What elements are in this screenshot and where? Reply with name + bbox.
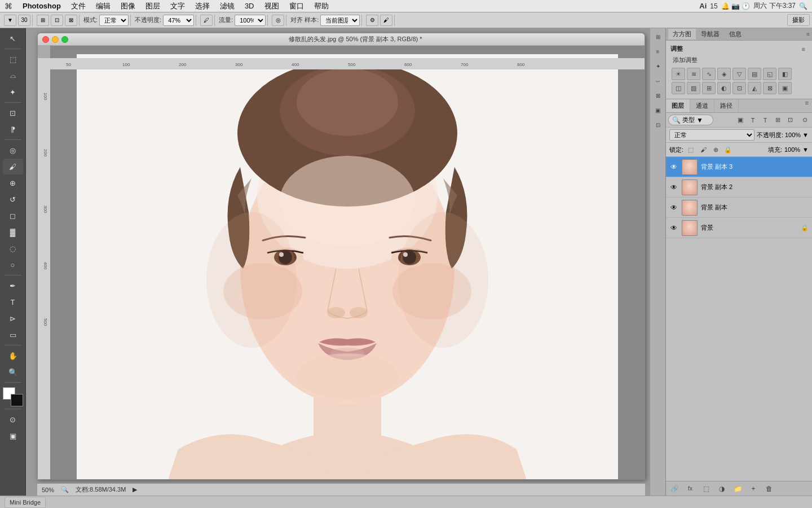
- adj-colorbalance[interactable]: ◱: [763, 68, 776, 80]
- layer-item-bg1[interactable]: 👁 背景 副本: [666, 198, 812, 218]
- zoom-tool[interactable]: 🔍: [3, 364, 23, 380]
- tab-info[interactable]: 信息: [725, 29, 747, 40]
- strip-btn-7[interactable]: ⊡: [652, 119, 664, 131]
- window-maximize-btn[interactable]: [61, 36, 68, 43]
- quick-mask-btn[interactable]: ⊙: [3, 411, 23, 427]
- transform-btn1[interactable]: ⊞: [37, 15, 49, 26]
- zoom-level[interactable]: 50%: [42, 487, 54, 493]
- historybrush-tool[interactable]: ↺: [3, 191, 23, 207]
- tab-layers[interactable]: 图层: [666, 99, 690, 112]
- stamp-tool[interactable]: ⊕: [3, 175, 23, 191]
- layer-adjustment-btn[interactable]: ◑: [716, 483, 728, 494]
- search-icon[interactable]: 🔍: [799, 2, 807, 10]
- eraser-tool[interactable]: ◻: [3, 208, 23, 224]
- fill-value[interactable]: 100%: [784, 146, 800, 153]
- opacity-arrow[interactable]: ▼: [802, 132, 809, 138]
- eyedropper-tool[interactable]: ⁋: [3, 121, 23, 137]
- adj-hsl[interactable]: ▤: [748, 68, 761, 80]
- fill-arrow[interactable]: ▼: [802, 146, 809, 153]
- tab-paths[interactable]: 路径: [714, 99, 739, 112]
- layer-fx-btn[interactable]: fx: [684, 483, 696, 494]
- filter-pixel-btn[interactable]: ▣: [735, 115, 745, 125]
- color-swatch[interactable]: [3, 387, 23, 406]
- transform-btn2[interactable]: ⊡: [51, 15, 63, 26]
- blend-mode-select[interactable]: 正常: [669, 129, 754, 141]
- menu-help[interactable]: 帮助: [310, 0, 333, 12]
- menu-3d[interactable]: 3D: [240, 1, 259, 11]
- gradient-tool[interactable]: ▓: [3, 224, 23, 240]
- healingbrush-tool[interactable]: ◎: [3, 142, 23, 158]
- extra-btn[interactable]: ⚙: [366, 15, 378, 26]
- adj-levels[interactable]: ≋: [687, 68, 700, 80]
- align-select[interactable]: 当前图层: [320, 15, 360, 26]
- extra-btn2[interactable]: 🖌: [380, 15, 392, 26]
- layer-visibility-bg[interactable]: 👁: [669, 224, 678, 233]
- filter-toggle[interactable]: ⊙: [800, 115, 810, 125]
- menu-image[interactable]: 图像: [116, 0, 140, 12]
- brush-size-btn[interactable]: 30: [18, 15, 30, 26]
- adj-posterize[interactable]: ⊡: [732, 82, 746, 94]
- lock-all-btn[interactable]: 🔒: [723, 144, 733, 155]
- menu-filter[interactable]: 滤镜: [215, 0, 239, 12]
- menu-view[interactable]: 视图: [260, 0, 284, 12]
- adj-lookup[interactable]: ▣: [778, 82, 792, 94]
- lock-move-btn[interactable]: ⊕: [710, 144, 721, 155]
- opacity-select[interactable]: 47%: [163, 15, 194, 26]
- adj-bw[interactable]: ◧: [778, 68, 792, 80]
- flow-select[interactable]: 100%: [235, 15, 266, 26]
- menu-select[interactable]: 选择: [191, 0, 214, 12]
- strip-btn-4[interactable]: ↔: [652, 75, 664, 87]
- layer-item-bg[interactable]: 👁 背景 🔒: [666, 218, 812, 238]
- layers-panel-menu[interactable]: ≡: [802, 99, 812, 112]
- workspace-selector[interactable]: 摄影: [787, 14, 810, 26]
- arrow-btn[interactable]: ▶: [133, 486, 137, 493]
- opacity-value[interactable]: 100%: [785, 132, 801, 138]
- mini-bridge-tab[interactable]: Mini Bridge: [5, 497, 46, 508]
- layer-group-btn[interactable]: 📁: [731, 483, 744, 494]
- lasso-tool[interactable]: ⌓: [3, 68, 23, 84]
- menu-window[interactable]: 窗口: [285, 0, 308, 12]
- menu-edit[interactable]: 编辑: [91, 0, 115, 12]
- layer-new-btn[interactable]: +: [747, 483, 760, 494]
- blur-tool[interactable]: ◌: [3, 240, 23, 256]
- layer-delete-btn[interactable]: 🗑: [763, 483, 775, 494]
- strip-btn-2[interactable]: ≡: [652, 45, 664, 58]
- layer-link-btn[interactable]: 🔗: [668, 483, 681, 494]
- layer-mask-btn[interactable]: ⬚: [700, 483, 712, 494]
- strip-btn-5[interactable]: ⊠: [652, 89, 664, 102]
- quickselect-tool[interactable]: ✦: [3, 84, 23, 100]
- filter-smart-btn[interactable]: ⊡: [785, 115, 795, 125]
- tab-navigator[interactable]: 导航器: [696, 29, 725, 40]
- path-select-tool[interactable]: ⊳: [3, 310, 23, 326]
- layers-search-box[interactable]: 🔍 类型 ▼: [668, 115, 713, 125]
- tool-preset-btn[interactable]: ▼: [4, 15, 16, 26]
- window-close-btn[interactable]: [42, 36, 49, 43]
- text-tool[interactable]: T: [3, 294, 23, 310]
- panel-menu-btn[interactable]: ≡: [806, 31, 810, 37]
- adj-brightness[interactable]: ☀: [672, 68, 685, 80]
- adj-channel-mixer[interactable]: ⊠: [763, 82, 776, 94]
- tab-channels[interactable]: 通道: [690, 99, 714, 112]
- filter-shape-btn[interactable]: ⊞: [773, 115, 783, 125]
- lock-paint-btn[interactable]: 🖌: [698, 144, 708, 155]
- pressure-btn[interactable]: 🖊: [200, 15, 213, 26]
- screen-mode-btn[interactable]: ▣: [3, 428, 23, 444]
- crop-tool[interactable]: ⊡: [3, 105, 23, 121]
- mode-select[interactable]: 正常: [99, 15, 129, 26]
- menu-layer[interactable]: 图层: [141, 0, 165, 12]
- lock-transparent-btn[interactable]: ⬚: [686, 144, 696, 155]
- marquee-tool[interactable]: ⬚: [3, 51, 23, 67]
- window-minimize-btn[interactable]: [52, 36, 59, 43]
- transform-btn3[interactable]: ⊠: [65, 15, 77, 26]
- menu-file[interactable]: 文件: [67, 0, 90, 12]
- adj-selective-color[interactable]: ⊞: [702, 82, 716, 94]
- background-color[interactable]: [11, 394, 23, 406]
- filter-dropdown-icon[interactable]: ▼: [696, 116, 703, 124]
- layer-item-bg2[interactable]: 👁 背景 副本 2: [666, 177, 812, 198]
- adj-vibrance[interactable]: ▽: [732, 68, 746, 80]
- strip-btn-3[interactable]: ✦: [652, 60, 664, 72]
- adj-gradient-map[interactable]: ▧: [687, 82, 700, 94]
- layer-visibility-bg1[interactable]: 👁: [669, 203, 678, 212]
- canvas-scroll-area[interactable]: 人人素材: [50, 46, 645, 479]
- brush-tool[interactable]: 🖌: [3, 159, 23, 174]
